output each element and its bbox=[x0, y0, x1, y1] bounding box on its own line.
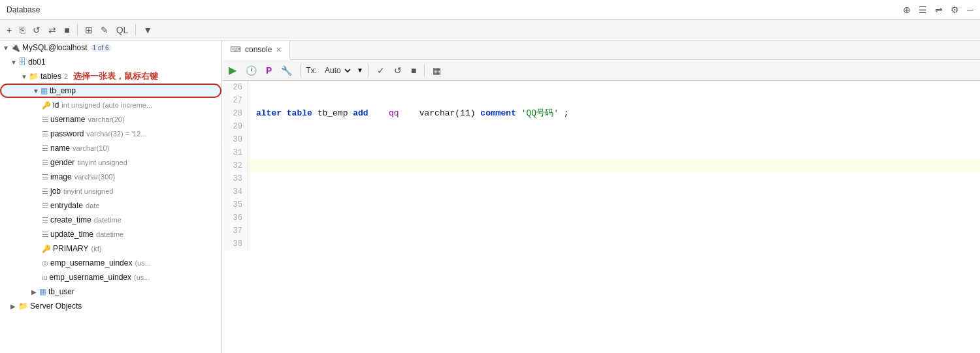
line-content bbox=[248, 120, 256, 133]
code-line-38: 38 bbox=[222, 238, 980, 251]
tree-tb-user[interactable]: ▶ ▦ tb_user bbox=[0, 284, 221, 299]
kw-add: add bbox=[353, 108, 368, 118]
sql-button[interactable]: QL bbox=[114, 23, 131, 37]
add-button[interactable]: + bbox=[4, 23, 14, 37]
col-name: password bbox=[50, 129, 84, 138]
tree-index-2[interactable]: iu emp_username_uindex (us... bbox=[0, 270, 221, 284]
db-label: db01 bbox=[28, 57, 46, 67]
tab-close-button[interactable]: ✕ bbox=[276, 46, 282, 54]
minimize-icon[interactable]: ─ bbox=[967, 5, 973, 15]
list-icon[interactable]: ☰ bbox=[919, 5, 927, 15]
arrow-icon: ▼ bbox=[3, 44, 10, 52]
tree-root-mysql[interactable]: ▼ 🔌 MySQL@localhost 1 of 6 bbox=[0, 40, 221, 55]
code-line-30: 30 bbox=[222, 133, 980, 146]
server-folder-icon: 📁 bbox=[18, 301, 28, 311]
main-content: ▼ 🔌 MySQL@localhost 1 of 6 ▼ 🗄 db01 ▼ 📁 … bbox=[0, 40, 980, 353]
tree-col-job[interactable]: ☰ job tinyint unsigned bbox=[0, 184, 221, 198]
code-line-28: 28 alter table tb_emp add qq varchar(11)… bbox=[222, 107, 980, 120]
refresh-button[interactable]: ↺ bbox=[30, 23, 43, 37]
run-button[interactable]: ▶ bbox=[226, 63, 239, 78]
tree-index-1[interactable]: ◎ emp_username_uindex (us... bbox=[0, 256, 221, 270]
line-content bbox=[248, 133, 256, 146]
editor-sep-2 bbox=[368, 65, 369, 76]
kw-alter: alter bbox=[256, 108, 287, 118]
title-bar-controls: ⊕ ☰ ⇌ ⚙ ─ bbox=[903, 5, 973, 15]
arrow-icon: ▼ bbox=[21, 73, 29, 80]
tree-server-objects[interactable]: ▶ 📁 Server Objects bbox=[0, 299, 221, 313]
title-bar: Database ⊕ ☰ ⇌ ⚙ ─ bbox=[0, 0, 980, 20]
tab-bar: ⌨ console ✕ bbox=[222, 40, 980, 60]
stop-editor-button[interactable]: ■ bbox=[408, 64, 419, 77]
code-line-31: 31 bbox=[222, 146, 980, 159]
line-content bbox=[248, 159, 256, 172]
folder-count: 2 bbox=[64, 72, 68, 80]
line-content bbox=[248, 224, 256, 238]
tree-col-image[interactable]: ☰ image varchar(300) bbox=[0, 170, 221, 184]
line-content bbox=[248, 198, 256, 211]
history-button[interactable]: 🕐 bbox=[243, 64, 259, 77]
stop-button[interactable]: ■ bbox=[61, 23, 72, 37]
index-detail: (us... bbox=[135, 259, 150, 267]
tree-col-id[interactable]: 🔑 id int unsigned (auto increme... bbox=[0, 98, 221, 112]
line-content bbox=[248, 146, 256, 159]
table-view-button[interactable]: ▦ bbox=[430, 64, 444, 77]
wrench-button[interactable]: 🔧 bbox=[278, 64, 295, 77]
table-icon: ▦ bbox=[39, 287, 46, 296]
split-icon[interactable]: ⇌ bbox=[935, 5, 943, 15]
tree-db01[interactable]: ▼ 🗄 db01 bbox=[0, 55, 221, 69]
col-type: date bbox=[86, 202, 99, 209]
code-editor[interactable]: 26 27 28 alter table tb_emp add q bbox=[222, 81, 980, 353]
edit-button[interactable]: ✎ bbox=[98, 23, 111, 37]
code-line-32: 32 bbox=[222, 159, 980, 172]
line-number: 32 bbox=[222, 159, 248, 172]
gear-icon[interactable]: ⚙ bbox=[951, 5, 959, 15]
arrow-icon: ▶ bbox=[10, 303, 18, 310]
rollback-button[interactable]: ↺ bbox=[391, 64, 404, 77]
code-line-35: 35 bbox=[222, 198, 980, 211]
tree-col-entrydate[interactable]: ☰ entrydate date bbox=[0, 198, 221, 213]
table-icon: ▦ bbox=[41, 86, 48, 95]
tree-col-name[interactable]: ☰ name varchar(10) bbox=[0, 141, 221, 155]
tree-col-username[interactable]: ☰ username varchar(20) bbox=[0, 112, 221, 127]
kw-comment: comment bbox=[480, 108, 521, 118]
root-label: MySQL@localhost bbox=[22, 43, 88, 52]
table-label: tb_user bbox=[48, 287, 74, 296]
tree-key-primary[interactable]: 🔑 PRIMARY (id) bbox=[0, 241, 221, 256]
key-detail: (id) bbox=[91, 245, 101, 253]
editor-sep-1 bbox=[300, 65, 301, 76]
col-name: update_time bbox=[50, 230, 93, 239]
code-line-33: 33 bbox=[222, 172, 980, 185]
col-icon: ☰ bbox=[42, 187, 48, 196]
table-button[interactable]: ⊞ bbox=[82, 23, 95, 37]
col-name: create_time bbox=[50, 215, 91, 224]
sync-button[interactable]: ⇄ bbox=[46, 23, 59, 37]
database-tree-panel: ▼ 🔌 MySQL@localhost 1 of 6 ▼ 🗄 db01 ▼ 📁 … bbox=[0, 40, 222, 353]
line-content bbox=[248, 172, 256, 185]
console-tab[interactable]: ⌨ console ✕ bbox=[222, 40, 290, 60]
tx-select[interactable]: Auto bbox=[321, 65, 353, 76]
filter-button[interactable]: ▼ bbox=[140, 23, 155, 37]
globe-icon[interactable]: ⊕ bbox=[903, 5, 911, 15]
tree-tables-folder[interactable]: ▼ 📁 tables 2 选择一张表，鼠标右键 bbox=[0, 69, 221, 84]
copy-button[interactable]: ⎘ bbox=[17, 23, 27, 37]
code-line-26: 26 bbox=[222, 81, 980, 94]
tree-col-update-time[interactable]: ☰ update_time datetime bbox=[0, 227, 221, 241]
commit-button[interactable]: ✓ bbox=[374, 64, 387, 77]
index-detail: (us... bbox=[134, 273, 150, 281]
col-icon: ☰ bbox=[42, 216, 48, 224]
right-panel: ⌨ console ✕ ▶ 🕐 P 🔧 Tx: Auto ▼ ✓ ↺ bbox=[222, 40, 980, 353]
col-name: gender bbox=[50, 158, 74, 167]
col-type: tinyint unsigned bbox=[63, 187, 113, 195]
tree-col-password[interactable]: ☰ password varchar(32) = '12... bbox=[0, 127, 221, 141]
tbl-name: tb_emp bbox=[318, 108, 353, 118]
col-type: datetime bbox=[96, 230, 123, 238]
table-label: tb_emp bbox=[50, 86, 76, 95]
tree-tb-emp[interactable]: ▼ ▦ tb_emp bbox=[0, 84, 221, 98]
code-line-36: 36 bbox=[222, 211, 980, 224]
folder-label: tables bbox=[41, 72, 61, 81]
col-icon: ☰ bbox=[42, 202, 48, 210]
param-button[interactable]: P bbox=[263, 64, 274, 77]
tree-col-gender[interactable]: ☰ gender tinyint unsigned bbox=[0, 155, 221, 170]
tree-col-create-time[interactable]: ☰ create_time datetime bbox=[0, 213, 221, 227]
main-toolbar: + ⎘ ↺ ⇄ ■ ⊞ ✎ QL ▼ bbox=[0, 20, 980, 40]
